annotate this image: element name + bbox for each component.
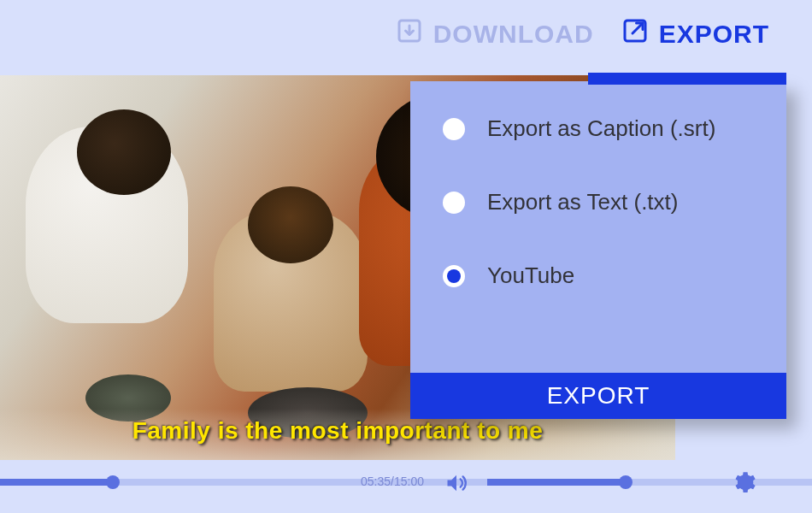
- download-button[interactable]: DOWNLOAD: [394, 15, 594, 52]
- export-button[interactable]: EXPORT: [620, 15, 769, 52]
- export-option-txt[interactable]: Export as Text (.txt): [443, 189, 754, 215]
- export-option-label: Export as Caption (.srt): [487, 115, 715, 142]
- volume-fill: [487, 479, 626, 486]
- time-display: 05:35/15:00: [361, 475, 424, 488]
- export-panel-accent: [588, 73, 786, 85]
- progress-fill: [0, 479, 111, 486]
- progress-thumb[interactable]: [106, 475, 120, 489]
- export-option-srt[interactable]: Export as Caption (.srt): [443, 115, 754, 142]
- export-panel: Export as Caption (.srt) Export as Text …: [410, 81, 786, 419]
- player-controls: 05:35/15:00: [0, 460, 812, 513]
- radio-icon: [443, 118, 465, 140]
- video-caption: Family is the most important to me: [132, 417, 544, 445]
- radio-icon: [443, 192, 465, 214]
- gear-icon[interactable]: [731, 469, 756, 498]
- download-label: DOWNLOAD: [433, 20, 594, 49]
- volume-thumb[interactable]: [619, 475, 633, 489]
- volume-icon[interactable]: [444, 471, 468, 498]
- export-submit-button[interactable]: EXPORT: [410, 373, 786, 419]
- export-icon: [620, 15, 650, 52]
- export-label: EXPORT: [659, 20, 769, 49]
- export-option-label: Export as Text (.txt): [487, 189, 678, 215]
- export-option-youtube[interactable]: YouTube: [443, 262, 754, 289]
- export-options-list: Export as Caption (.srt) Export as Text …: [410, 81, 786, 289]
- export-option-label: YouTube: [487, 262, 574, 289]
- top-actions-bar: DOWNLOAD EXPORT: [394, 15, 769, 52]
- download-icon: [394, 15, 425, 52]
- radio-icon: [443, 265, 465, 287]
